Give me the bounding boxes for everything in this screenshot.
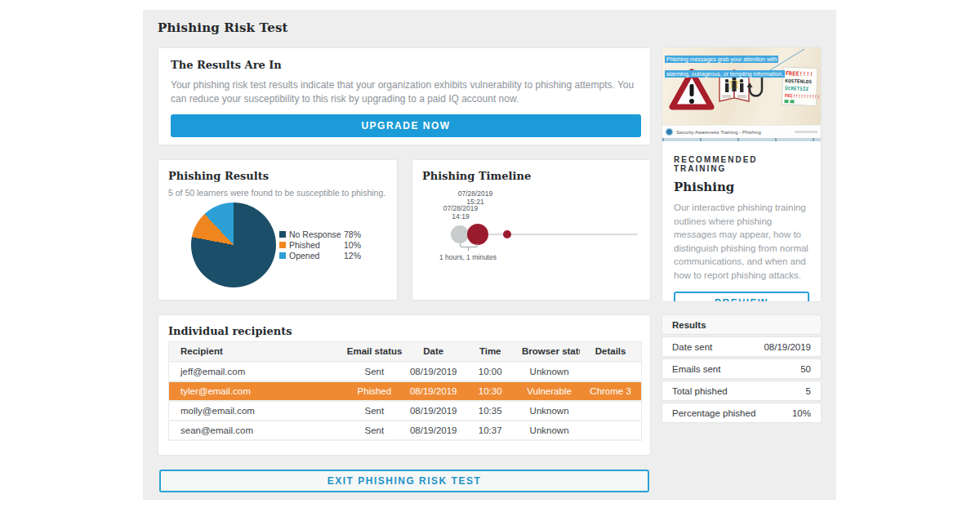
timeline-time: 14:19 bbox=[436, 213, 485, 221]
legend-item: Phished 10% bbox=[279, 239, 361, 250]
summary-value: 5 bbox=[806, 386, 811, 396]
cell-recipient: molly@email.com bbox=[169, 401, 344, 421]
timeline-label-early: 07/28/2019 14:19 bbox=[436, 205, 485, 220]
timeline-title: Phishing Timeline bbox=[422, 170, 640, 182]
cell-browser-status: Unknown bbox=[519, 401, 580, 421]
legend-swatch-phished bbox=[279, 242, 286, 248]
training-title: Phishing bbox=[674, 180, 809, 194]
player-title: Security Awareness Training - Phishing bbox=[676, 130, 795, 135]
phishing-risk-test-panel: Phishing Risk Test The Results Are In Yo… bbox=[143, 10, 836, 500]
cell-time: 10:37 bbox=[461, 421, 518, 440]
timeline-duration-tick bbox=[468, 247, 469, 251]
summary-row: Emails sent 50 bbox=[662, 358, 822, 379]
timeline-duration-bracket bbox=[460, 243, 478, 247]
col-email-status: Email status bbox=[344, 342, 405, 362]
cell-date: 08/19/2019 bbox=[405, 381, 461, 401]
phishing-timeline-card: Phishing Timeline 07/28/2019 15:21 07/28… bbox=[412, 159, 651, 301]
cell-date: 08/19/2019 bbox=[405, 421, 461, 440]
cell-time: 10:35 bbox=[461, 401, 518, 421]
summary-label: Date sent bbox=[672, 342, 712, 352]
caption-line: alarming, outrageous, or tempting inform… bbox=[665, 70, 785, 78]
svg-text:ÜCRETSİZ: ÜCRETSİZ bbox=[785, 85, 809, 91]
timeline-event-dot bbox=[467, 224, 488, 245]
free-offer-card: FREE!!!! KOSTENLOS ÜCRETSİZ FRI!!!!!!!!!… bbox=[782, 67, 821, 106]
cell-details bbox=[580, 362, 641, 381]
cell-time: 10:30 bbox=[461, 381, 518, 401]
cell-email-status: Phished bbox=[344, 381, 405, 401]
page-title: Phishing Risk Test bbox=[158, 20, 288, 35]
pie-chart bbox=[191, 203, 276, 287]
recommended-training-eyebrow: RECOMMENDED TRAINING bbox=[674, 155, 809, 173]
col-date: Date bbox=[405, 342, 461, 362]
timeline-start-dot bbox=[451, 225, 469, 243]
summary-label: Percentage phished bbox=[672, 408, 755, 418]
summary-row: Percentage phished 10% bbox=[662, 403, 822, 423]
summary-row: Total phished 5 bbox=[662, 381, 822, 401]
player-credit-strip bbox=[795, 131, 817, 133]
pie-card-subtitle: 5 of 50 learners were found to be suscep… bbox=[168, 188, 387, 198]
timeline-duration-label: 1 hours, 1 minutes bbox=[427, 253, 509, 261]
legend-label: Opened bbox=[289, 251, 340, 260]
svg-text:KOSTENLOS: KOSTENLOS bbox=[785, 78, 812, 84]
col-details: Details bbox=[580, 342, 641, 362]
cell-browser-status: Unknown bbox=[519, 362, 580, 381]
thumbnail-player-bar: Security Awareness Training - Phishing bbox=[662, 125, 821, 138]
legend-value: 10% bbox=[340, 240, 361, 250]
upgrade-now-button[interactable]: UPGRADE NOW bbox=[171, 114, 641, 137]
cell-browser-status: Unknown bbox=[519, 421, 580, 440]
cell-email-status: Sent bbox=[344, 362, 405, 381]
results-summary: Results Date sent 08/19/2019 Emails sent… bbox=[662, 314, 822, 425]
cell-recipient: jeff@email.com bbox=[169, 362, 344, 381]
banner-title: The Results Are In bbox=[171, 59, 638, 71]
page: Phishing Risk Test The Results Are In Yo… bbox=[0, 0, 980, 512]
legend-label: No Response bbox=[289, 229, 341, 239]
col-time: Time bbox=[461, 342, 518, 362]
cell-browser-status: Vulnerable bbox=[519, 381, 580, 401]
preview-button[interactable]: PREVIEW bbox=[674, 292, 809, 302]
player-scrubber[interactable] bbox=[662, 138, 821, 141]
legend-swatch-no-response bbox=[279, 231, 286, 238]
cell-email-status: Sent bbox=[344, 421, 405, 440]
results-summary-header: Results bbox=[662, 314, 822, 335]
phishing-results-card: Phishing Results 5 of 50 learners were f… bbox=[158, 159, 398, 301]
table-row: tyler@email.com Phished 08/19/2019 10:30… bbox=[169, 381, 642, 401]
results-banner-card: The Results Are In Your phishing risk te… bbox=[158, 47, 651, 145]
training-content: RECOMMENDED TRAINING Phishing Our intera… bbox=[662, 141, 821, 302]
recipients-title: Individual recipients bbox=[168, 325, 640, 337]
summary-label: Emails sent bbox=[672, 364, 720, 374]
cell-date: 08/19/2019 bbox=[405, 401, 461, 421]
pie-legend: No Response 78% Phished 10% Opened 12% bbox=[279, 229, 361, 260]
summary-title: Results bbox=[672, 320, 706, 330]
table-header-row: Recipient Email status Date Time Browser… bbox=[169, 342, 642, 362]
summary-value: 50 bbox=[800, 364, 811, 374]
cell-details bbox=[580, 421, 641, 440]
table-row: jeff@email.com Sent 08/19/2019 10:00 Unk… bbox=[169, 362, 642, 381]
training-video-thumbnail[interactable]: Phishing messages grab your attention wi… bbox=[662, 47, 821, 125]
legend-value: 12% bbox=[340, 251, 361, 260]
training-description: Our interactive phishing training outlin… bbox=[674, 201, 809, 282]
thumbnail-caption: Phishing messages grab your attention wi… bbox=[665, 50, 785, 79]
individual-recipients-card: Individual recipients Recipient Email st… bbox=[158, 314, 651, 456]
exit-phishing-risk-test-button[interactable]: EXIT PHISHING RISK TEST bbox=[159, 470, 649, 492]
col-browser-status: Browser status bbox=[519, 342, 580, 362]
cell-email-status: Sent bbox=[344, 401, 405, 421]
svg-text:FREE!!!!: FREE!!!! bbox=[786, 70, 813, 78]
training-logo-icon bbox=[666, 128, 673, 136]
pie-card-title: Phishing Results bbox=[168, 170, 387, 182]
legend-item: No Response 78% bbox=[279, 229, 361, 239]
banner-body: Your phishing risk test results indicate… bbox=[171, 78, 640, 106]
legend-item: Opened 12% bbox=[279, 250, 361, 260]
summary-value: 10% bbox=[792, 408, 811, 418]
legend-label: Phished bbox=[289, 240, 340, 250]
summary-row: Date sent 08/19/2019 bbox=[662, 336, 822, 357]
cell-time: 10:00 bbox=[461, 362, 518, 381]
cell-details: Chrome 3 bbox=[580, 381, 641, 401]
table-row: sean@email.com Sent 08/19/2019 10:37 Unk… bbox=[169, 421, 642, 440]
cell-recipient: tyler@email.com bbox=[169, 381, 344, 401]
legend-swatch-opened bbox=[279, 252, 286, 259]
summary-value: 08/19/2019 bbox=[764, 342, 811, 352]
caption-line: Phishing messages grab your attention wi… bbox=[665, 56, 778, 63]
table-row: molly@email.com Sent 08/19/2019 10:35 Un… bbox=[169, 401, 642, 421]
cell-recipient: sean@email.com bbox=[169, 421, 344, 440]
timeline-minor-dot bbox=[503, 230, 511, 238]
